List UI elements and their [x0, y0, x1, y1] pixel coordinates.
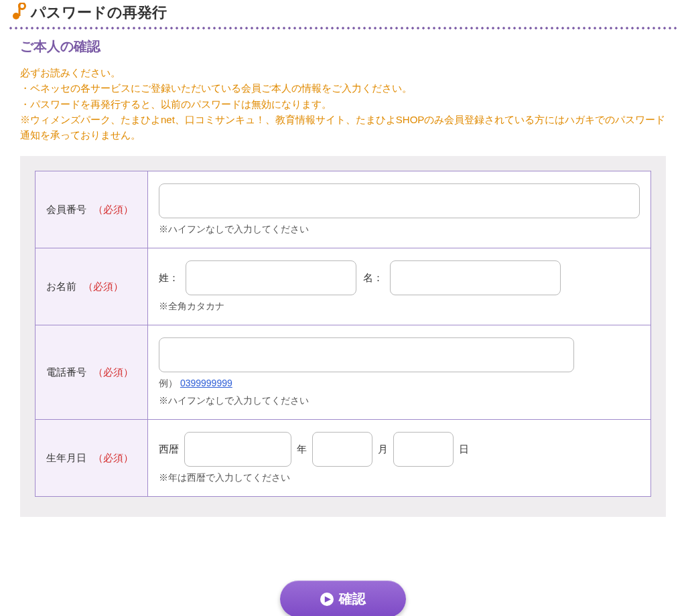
- era-label: 西暦: [159, 443, 179, 456]
- svg-point-2: [19, 3, 25, 9]
- dotted-divider: [8, 27, 678, 29]
- phone-hint: ※ハイフンなしで入力してください: [159, 395, 640, 407]
- surname-input[interactable]: [186, 260, 356, 295]
- phone-example-link[interactable]: 0399999999: [180, 378, 232, 388]
- label-name: お名前 （必須）: [36, 248, 148, 325]
- required-marker: （必須）: [93, 204, 133, 215]
- year-suffix: 年: [297, 443, 307, 456]
- phone-example: 例） 0399999999: [159, 378, 640, 390]
- given-name-input[interactable]: [390, 260, 561, 295]
- sei-label: 姓：: [159, 272, 179, 285]
- music-note-icon: [12, 3, 27, 23]
- row-name: お名前 （必須） 姓： 名： ※全角カタカナ: [36, 248, 651, 325]
- page-title: パスワードの再発行: [31, 3, 167, 23]
- row-phone: 電話番号 （必須） 例） 0399999999 ※ハイフンなしで入力してください: [36, 325, 651, 420]
- required-marker: （必須）: [93, 366, 133, 378]
- day-suffix: 日: [459, 443, 469, 456]
- notice-line: ※ウィメンズパーク、たまひよnet、口コミサンキュ！、教育情報サイト、たまひよS…: [20, 112, 666, 143]
- member-number-input[interactable]: [159, 183, 640, 218]
- month-suffix: 月: [378, 443, 388, 456]
- play-circle-icon: ▶: [320, 593, 334, 606]
- dob-hint: ※年は西暦で入力してください: [159, 472, 640, 484]
- required-marker: （必須）: [93, 452, 133, 463]
- page-title-bar: パスワードの再発行: [0, 0, 686, 27]
- member-number-hint: ※ハイフンなしで入力してください: [159, 224, 640, 236]
- notice-line: ・パスワードを再発行すると、以前のパスワードは無効になります。: [20, 96, 666, 112]
- form-panel: 会員番号 （必須） ※ハイフンなしで入力してください お名前 （必須） 姓： 名…: [20, 156, 666, 517]
- section-title: ご本人の確認: [0, 36, 686, 65]
- phone-input[interactable]: [159, 337, 574, 372]
- row-member-number: 会員番号 （必須） ※ハイフンなしで入力してください: [36, 171, 651, 248]
- day-input[interactable]: [393, 432, 454, 467]
- label-member-number: 会員番号 （必須）: [36, 171, 148, 248]
- form-table: 会員番号 （必須） ※ハイフンなしで入力してください お名前 （必須） 姓： 名…: [35, 171, 651, 497]
- submit-area: ▶ 確認: [0, 517, 686, 616]
- label-dob: 生年月日 （必須）: [36, 420, 148, 497]
- mei-label: 名：: [363, 272, 383, 285]
- notice-line: ・ベネッセの各サービスにご登録いただいている会員ご本人の情報をご入力ください。: [20, 80, 666, 96]
- month-input[interactable]: [312, 432, 372, 467]
- confirm-button[interactable]: ▶ 確認: [280, 581, 406, 616]
- label-phone: 電話番号 （必須）: [36, 325, 148, 420]
- year-input[interactable]: [184, 432, 291, 467]
- confirm-button-label: 確認: [339, 590, 366, 608]
- notice-block: 必ずお読みください。 ・ベネッセの各サービスにご登録いただいている会員ご本人の情…: [0, 65, 686, 156]
- required-marker: （必須）: [83, 281, 123, 292]
- row-dob: 生年月日 （必須） 西暦 年 月 日 ※年は西暦で入力してください: [36, 420, 651, 497]
- name-hint: ※全角カタカナ: [159, 301, 640, 313]
- notice-line: 必ずお読みください。: [20, 65, 666, 80]
